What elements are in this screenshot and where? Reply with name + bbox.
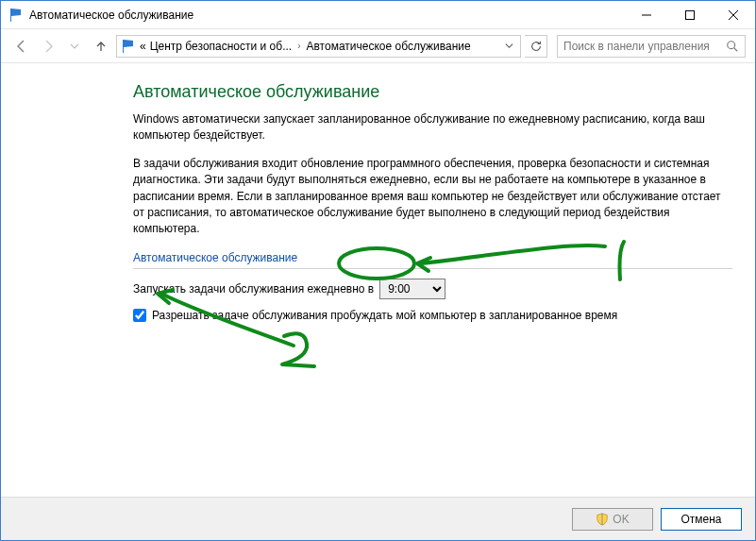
- minimize-button[interactable]: [625, 1, 668, 29]
- close-button[interactable]: [712, 1, 755, 29]
- titlebar: Автоматическое обслуживание: [1, 1, 755, 29]
- paragraph-1: Windows автоматически запускает запланир…: [133, 111, 732, 144]
- search-input[interactable]: Поиск в панели управления: [557, 35, 746, 58]
- breadcrumb-seg-2[interactable]: Автоматическое обслуживание: [307, 40, 471, 53]
- back-button[interactable]: [10, 35, 33, 58]
- close-icon: [729, 10, 738, 20]
- cancel-label: Отмена: [680, 513, 721, 526]
- up-arrow-icon: [93, 39, 109, 54]
- schedule-row: Запускать задачи обслуживания ежедневно …: [133, 279, 732, 299]
- content-area: Автоматическое обслуживание Windows авто…: [1, 65, 755, 497]
- section-label: Автоматическое обслуживание: [133, 251, 732, 269]
- flag-icon: [8, 8, 24, 23]
- nav-row: « Центр безопасности и об... › Автоматич…: [1, 29, 755, 63]
- breadcrumb-dropdown[interactable]: [501, 40, 516, 53]
- search-placeholder: Поиск в панели управления: [563, 40, 726, 53]
- footer: OK Отмена: [1, 497, 755, 540]
- flag-icon: [121, 39, 136, 54]
- paragraph-2: В задачи обслуживания входит обновление …: [133, 156, 732, 238]
- ok-button[interactable]: OK: [572, 508, 653, 531]
- back-arrow-icon: [14, 39, 29, 54]
- chevron-right-icon: ›: [295, 41, 302, 51]
- cancel-button[interactable]: Отмена: [661, 508, 742, 531]
- page-heading: Автоматическое обслуживание: [133, 82, 732, 102]
- up-button[interactable]: [90, 35, 112, 58]
- refresh-icon: [529, 40, 543, 53]
- shield-icon: [596, 513, 609, 526]
- maximize-button[interactable]: [668, 1, 712, 29]
- ok-label: OK: [613, 513, 629, 526]
- schedule-time-select[interactable]: 9:00: [379, 279, 445, 299]
- window-title: Автоматическое обслуживание: [29, 8, 193, 22]
- chevron-down-icon: [505, 42, 513, 50]
- breadcrumb-prefix: «: [140, 40, 146, 53]
- maximize-icon: [685, 10, 695, 20]
- wake-row: Разрешать задаче обслуживания пробуждать…: [133, 309, 732, 322]
- schedule-label: Запускать задачи обслуживания ежедневно …: [133, 282, 374, 296]
- svg-rect-0: [686, 10, 695, 19]
- breadcrumb-seg-1[interactable]: Центр безопасности и об...: [150, 40, 292, 53]
- search-icon: [726, 40, 739, 53]
- wake-label: Разрешать задаче обслуживания пробуждать…: [152, 309, 617, 322]
- refresh-button[interactable]: [525, 35, 547, 58]
- breadcrumb[interactable]: « Центр безопасности и об... › Автоматич…: [116, 35, 521, 58]
- wake-checkbox[interactable]: [133, 309, 146, 322]
- forward-arrow-icon: [41, 39, 56, 54]
- forward-button[interactable]: [37, 35, 59, 58]
- minimize-icon: [642, 10, 651, 20]
- chevron-down-icon: [70, 42, 79, 51]
- svg-point-1: [728, 41, 735, 48]
- recent-button[interactable]: [63, 35, 86, 58]
